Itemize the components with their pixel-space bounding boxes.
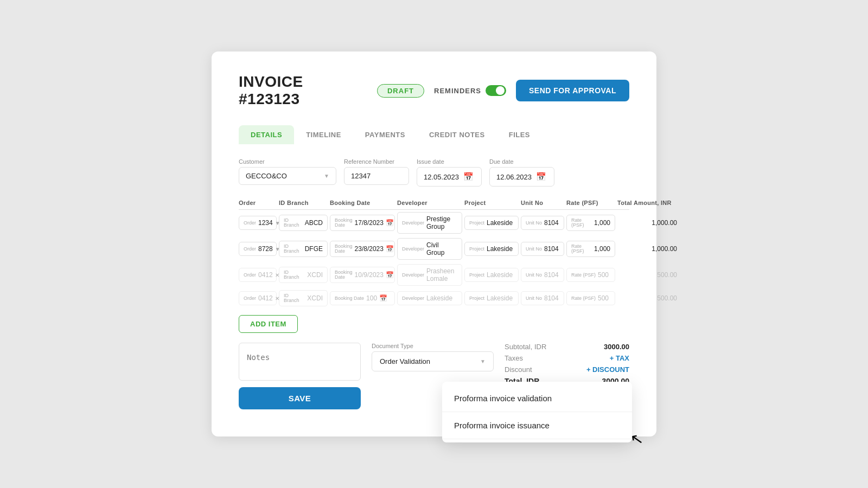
booking-date-cal-0[interactable]: 📅 [386,219,394,227]
cell-branch-3[interactable]: ID Branch XCDI [279,290,328,306]
cell-unit-0[interactable]: Unit No 8104 [521,216,564,230]
table-row: Order 8728 ▼ ID Branch DFGE Booking Date… [239,238,629,260]
due-input[interactable]: 12.06.2023 📅 [489,167,554,187]
cell-rate-0[interactable]: Rate (PSF) 1,000 [566,215,615,231]
tabs-row: DETAILS TIMELINE PAYMENTS CREDIT NOTES F… [239,125,629,144]
summary-subtotal: Subtotal, IDR 3000.00 [505,343,629,351]
table-row: Order 0412 ✕ ID Branch XCDI Booking Date… [239,264,629,286]
issue-input[interactable]: 12.05.2023 📅 [417,167,482,187]
cell-branch-2[interactable]: ID Branch XCDI [279,267,328,283]
issue-value: 12.05.2023 [424,173,459,181]
summary-discount: Discount + DISCOUNT [505,365,629,374]
cell-date-0[interactable]: Booking Date 17/8/2023 📅 [330,215,395,231]
reminders-toggle[interactable] [486,85,506,96]
issue-label: Issue date [417,158,482,165]
cell-order-0[interactable]: Order 1234 ▼ [239,216,277,230]
table-row: Order 0412 ✕ ID Branch XCDI Booking Date… [239,290,629,306]
col-booking-date: Booking Date [330,200,395,206]
tab-credit-notes[interactable]: CREDIT NOTES [417,125,497,144]
ref-label: Reference Number [344,158,409,165]
col-rate: Rate (PSF) [566,200,615,206]
tab-payments[interactable]: PAYMENTS [353,125,417,144]
booking-date-cal-2[interactable]: 📅 [386,271,394,279]
due-field-group: Due date 12.06.2023 📅 [489,158,554,187]
col-total: Total Amount, INR [617,200,677,206]
cell-order-1[interactable]: Order 8728 ▼ [239,242,277,256]
cell-project-3[interactable]: Project Lakeside [464,291,519,305]
due-label: Due date [489,158,554,165]
dropdown-item-1[interactable]: Proforma invoice issuance [442,412,632,439]
bottom-section: SAVE Document Type Order Validation ▼ Pr… [239,343,629,409]
cell-order-3[interactable]: Order 0412 ✕ [239,291,277,305]
booking-date-cal-1[interactable]: 📅 [386,245,394,253]
discount-value[interactable]: + DISCOUNT [586,365,629,374]
cell-project-1[interactable]: Project Lakeside [464,242,519,256]
subtotal-value: 3000.00 [604,343,629,351]
cell-unit-2[interactable]: Unit No 8104 [521,268,564,282]
notes-input[interactable] [239,343,361,381]
fields-row: Customer GECCO&CO ▼ Reference Number 123… [239,158,629,187]
cell-unit-1[interactable]: Unit No 8104 [521,242,564,256]
ref-value: 12347 [351,172,371,180]
cell-total-2: 500.00 [617,271,677,279]
cell-unit-3[interactable]: Unit No 8104 [521,291,564,305]
doc-type-value: Order Validation [380,357,430,365]
cell-developer-3[interactable]: Developer Lakeside [397,291,462,305]
taxes-value[interactable]: + TAX [610,354,629,362]
tab-files[interactable]: FILES [497,125,542,144]
issue-field-group: Issue date 12.05.2023 📅 [417,158,482,187]
taxes-label: Taxes [505,354,523,362]
cell-project-0[interactable]: Project Lakeside [464,216,519,230]
cell-developer-0[interactable]: Developer Prestige Group [397,212,462,234]
due-calendar-icon[interactable]: 📅 [536,172,546,182]
save-button[interactable]: SAVE [239,387,361,409]
subtotal-label: Subtotal, IDR [505,343,546,351]
invoice-card: INVOICE #123123 DRAFT REMINDERS SEND FOR… [212,52,656,436]
cell-order-2[interactable]: Order 0412 ✕ [239,268,277,282]
col-order: Order [239,200,277,206]
doc-type-select[interactable]: Order Validation ▼ [372,351,494,371]
ref-input[interactable]: 12347 [344,167,409,185]
draft-badge: DRAFT [377,84,424,98]
cell-rate-3[interactable]: Rate (PSF) 500 [566,291,615,305]
doc-type-arrow: ▼ [480,358,486,364]
cell-project-2[interactable]: Project Lakeside [464,268,519,282]
header-row: INVOICE #123123 DRAFT REMINDERS SEND FOR… [239,73,629,108]
col-developer: Developer [397,200,462,206]
cell-rate-2[interactable]: Rate (PSF) 500 [566,268,615,282]
discount-label: Discount [505,365,532,374]
col-id-branch: ID Branch [279,200,328,206]
ref-field-group: Reference Number 12347 [344,158,409,187]
cell-date-2[interactable]: Booking Date 10/9/2023 📅 [330,267,395,283]
doc-type-col: Document Type Order Validation ▼ Proform… [372,343,494,371]
add-item-button[interactable]: ADD ITEM [239,315,298,333]
cell-branch-0[interactable]: ID Branch ABCD [279,215,328,231]
doc-type-dropdown: Proforma invoice validation Proforma inv… [442,382,632,442]
issue-calendar-icon[interactable]: 📅 [463,172,474,182]
table-header: Order ID Branch Booking Date Developer P… [239,196,629,210]
customer-value: GECCO&CO [246,172,287,180]
cell-developer-2[interactable]: Developer Prasheen Lomale [397,264,462,286]
col-unit-no: Unit No [521,200,564,206]
customer-label: Customer [239,158,336,165]
tab-timeline[interactable]: TIMELINE [294,125,353,144]
send-approval-button[interactable]: SEND FOR APPROVAL [516,80,629,101]
customer-input[interactable]: GECCO&CO ▼ [239,167,336,185]
customer-field-group: Customer GECCO&CO ▼ [239,158,336,187]
cell-developer-1[interactable]: Developer Civil Group [397,238,462,260]
col-project: Project [464,200,519,206]
cell-total-3: 500.00 [617,294,677,302]
cell-date-3[interactable]: Booking Date 100 📅 [330,291,395,305]
doc-type-label: Document Type [372,343,494,349]
due-value: 12.06.2023 [496,173,532,181]
reminders-label: REMINDERS [434,87,481,95]
cell-date-1[interactable]: Booking Date 23/8/2023 📅 [330,241,395,257]
reminders-row: REMINDERS [434,85,506,96]
table-row: Order 1234 ▼ ID Branch ABCD Booking Date… [239,212,629,234]
tab-details[interactable]: DETAILS [239,125,294,144]
notes-save-col: SAVE [239,343,361,409]
booking-date-cal-3[interactable]: 📅 [379,294,387,302]
cell-rate-1[interactable]: Rate (PSF) 1,000 [566,241,615,257]
dropdown-item-0[interactable]: Proforma invoice validation [442,385,632,412]
cell-branch-1[interactable]: ID Branch DFGE [279,241,328,257]
